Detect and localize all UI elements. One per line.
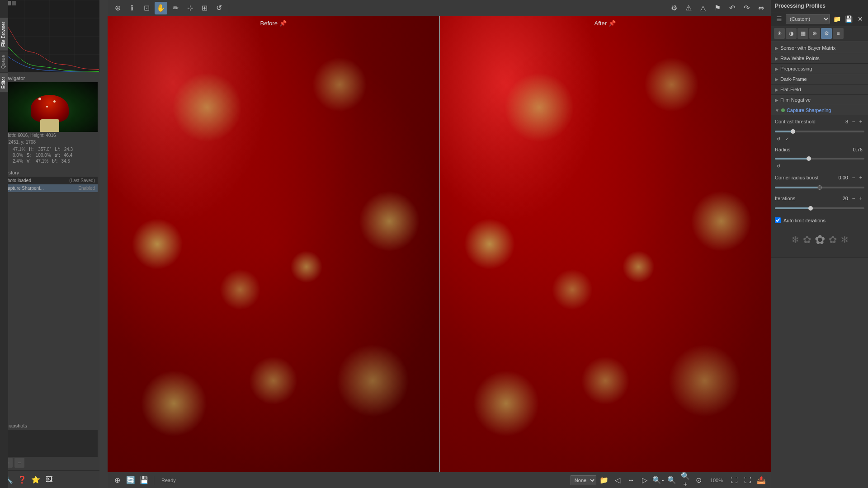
pp-delete-btn[interactable]: ✕ bbox=[855, 14, 865, 24]
tool-triangle[interactable]: △ bbox=[697, 2, 709, 14]
contrast-threshold-thumb[interactable] bbox=[791, 129, 795, 134]
panel-sections: ▶ Sensor with Bayer Matrix ▶ Raw White P… bbox=[771, 41, 868, 488]
pp-title: Processing Profiles bbox=[775, 3, 826, 9]
bt-expand[interactable]: ⛶ bbox=[728, 474, 740, 486]
pp-profile-select[interactable]: (Custom) bbox=[786, 14, 830, 23]
history-item-0[interactable]: Photo loaded (Last Saved) bbox=[2, 177, 98, 184]
pp-save-btn[interactable]: 💾 bbox=[844, 14, 854, 24]
sidebar-item-queue[interactable]: Queue bbox=[0, 52, 8, 72]
corner-radius-boost-minus[interactable]: − bbox=[850, 174, 857, 181]
contrast-threshold-plus[interactable]: + bbox=[857, 118, 864, 125]
snowflake-2: ✿ bbox=[803, 234, 811, 246]
section-header-capture-sharpening[interactable]: ▼ Capture Sharpening bbox=[771, 105, 868, 115]
tab-color[interactable]: ◑ bbox=[786, 28, 797, 39]
section-header-dark-frame[interactable]: ▶ Dark-Frame bbox=[771, 74, 868, 84]
tool-rotate-right[interactable]: ↷ bbox=[740, 2, 753, 14]
corner-radius-boost-label: Corner radius boost bbox=[775, 175, 835, 180]
corner-radius-boost-fill bbox=[775, 187, 820, 188]
contrast-threshold-pipette[interactable]: ✓ bbox=[783, 135, 791, 142]
navigator-title: Navigator bbox=[2, 74, 98, 82]
none-select[interactable]: None bbox=[571, 475, 596, 485]
tab-raw[interactable]: ⚙ bbox=[821, 28, 832, 39]
snapshot-remove-button[interactable]: − bbox=[14, 458, 24, 468]
radius-slider-row: ↺ bbox=[775, 156, 864, 169]
tool-rotate-left[interactable]: ↶ bbox=[726, 2, 738, 14]
contrast-threshold-reset[interactable]: ↺ bbox=[775, 135, 782, 142]
bt-zoom-1[interactable]: 🔍 bbox=[666, 474, 678, 486]
tool-crop[interactable]: ⊡ bbox=[140, 2, 153, 14]
tab-transform[interactable]: ⊕ bbox=[809, 28, 820, 39]
iterations-slider[interactable] bbox=[775, 206, 864, 211]
section-name-sensor-bayer: Sensor with Bayer Matrix bbox=[780, 45, 835, 51]
arrow-preprocessing: ▶ bbox=[775, 66, 778, 71]
iterations-minus[interactable]: − bbox=[850, 195, 857, 202]
navigator-section: Navigator Width: 6016, Height: 4016 x: 2… bbox=[0, 72, 99, 167]
corner-radius-boost-thumb[interactable] bbox=[817, 185, 822, 190]
pp-list-icon[interactable]: ☰ bbox=[774, 14, 784, 24]
bt-fullscreen[interactable]: ⛶ bbox=[742, 474, 754, 486]
section-name-film-negative: Film Negative bbox=[780, 97, 811, 103]
section-header-sensor-bayer[interactable]: ▶ Sensor with Bayer Matrix bbox=[771, 43, 868, 53]
left-panel: Navigator Width: 6016, Height: 4016 x: 2… bbox=[0, 0, 99, 488]
tool-pencil[interactable]: ✏ bbox=[169, 2, 182, 14]
bt-zoom-100[interactable]: ⊙ bbox=[693, 474, 705, 486]
tool-add[interactable]: ⊕ bbox=[111, 2, 124, 14]
radius-slider[interactable] bbox=[775, 156, 864, 161]
bt-sync2[interactable]: ↔ bbox=[625, 474, 637, 486]
auto-limit-checkbox[interactable] bbox=[775, 217, 781, 223]
bt-separator bbox=[154, 476, 154, 485]
bt-zoom-fit[interactable]: 🔍+ bbox=[679, 474, 691, 486]
right-panel: Processing Profiles ☰ (Custom) 📁 💾 ✕ ☀ ◑… bbox=[771, 0, 868, 488]
bottom-icon-2[interactable]: ❓ bbox=[16, 474, 28, 485]
radius-fill bbox=[775, 158, 809, 160]
nav-spot-1 bbox=[38, 98, 41, 100]
tool-settings[interactable]: ⚙ bbox=[668, 2, 680, 14]
iterations-plus[interactable]: + bbox=[857, 195, 864, 202]
split-images bbox=[108, 16, 771, 472]
bt-export[interactable]: 📤 bbox=[755, 474, 767, 486]
bt-zoom-out[interactable]: 🔍- bbox=[652, 474, 664, 486]
section-header-raw-white-points[interactable]: ▶ Raw White Points bbox=[771, 53, 868, 63]
sidebar-item-file-browser[interactable]: File Browser bbox=[0, 18, 8, 51]
tool-info[interactable]: ℹ bbox=[126, 2, 138, 14]
histogram-toggle-b[interactable] bbox=[12, 1, 16, 5]
main-area: ⊕ ℹ ⊡ ✋ ✏ ⊹ ⊞ ↺ ⚙ ⚠ △ ⚑ ↶ ↷ ⇔ Before 📌 A… bbox=[108, 0, 771, 488]
sidebar-item-editor[interactable]: Editor bbox=[0, 73, 8, 92]
histogram bbox=[0, 0, 99, 72]
photo-bg-before bbox=[108, 16, 439, 472]
history-item-1[interactable]: Capture Sharpeni... Enabled bbox=[2, 184, 98, 192]
tool-hand[interactable]: ✋ bbox=[155, 2, 167, 14]
tab-detail[interactable]: ▦ bbox=[797, 28, 808, 39]
radius-thumb[interactable] bbox=[807, 156, 811, 161]
bt-prev[interactable]: ◁ bbox=[612, 474, 623, 486]
bt-add[interactable]: ⊕ bbox=[111, 474, 123, 486]
corner-radius-boost-slider[interactable] bbox=[775, 185, 864, 190]
section-dark-frame: ▶ Dark-Frame bbox=[771, 74, 868, 84]
nav-color-row-g: G: 0.0% S: 100.0% a*: 46.4 bbox=[4, 152, 96, 158]
tab-exposure[interactable]: ☀ bbox=[774, 28, 785, 39]
section-header-flat-field[interactable]: ▶ Flat-Field bbox=[771, 84, 868, 94]
bt-open[interactable]: 📁 bbox=[598, 474, 610, 486]
contrast-threshold-slider[interactable] bbox=[775, 129, 864, 134]
contrast-threshold-minus[interactable]: − bbox=[850, 118, 857, 125]
radius-reset[interactable]: ↺ bbox=[775, 162, 782, 169]
capture-sharpening-content: Contrast threshold 8 − + ↺ ✓ Radi bbox=[771, 115, 868, 257]
section-header-preprocessing[interactable]: ▶ Preprocessing bbox=[771, 64, 868, 74]
tool-rotate[interactable]: ↺ bbox=[212, 2, 225, 14]
corner-radius-boost-plus[interactable]: + bbox=[857, 174, 864, 181]
tool-warning[interactable]: ⚠ bbox=[682, 2, 695, 14]
section-header-film-negative[interactable]: ▶ Film Negative bbox=[771, 95, 868, 105]
tab-meta[interactable]: ≡ bbox=[833, 28, 844, 39]
tool-flip[interactable]: ⇔ bbox=[755, 2, 767, 14]
tool-flag[interactable]: ⚑ bbox=[711, 2, 724, 14]
bt-next[interactable]: ▷ bbox=[639, 474, 651, 486]
bottom-icon-3[interactable]: ⭐ bbox=[30, 474, 42, 485]
tool-spot[interactable]: ⊹ bbox=[184, 2, 196, 14]
bt-save[interactable]: 💾 bbox=[138, 474, 150, 486]
bottom-icon-4[interactable]: 🖼 bbox=[43, 474, 55, 485]
iterations-thumb[interactable] bbox=[808, 206, 813, 211]
nav-mushroom-shape bbox=[31, 95, 69, 122]
bt-sync[interactable]: 🔄 bbox=[125, 474, 137, 486]
tool-select[interactable]: ⊞ bbox=[198, 2, 211, 14]
pp-open-btn[interactable]: 📁 bbox=[832, 14, 842, 24]
